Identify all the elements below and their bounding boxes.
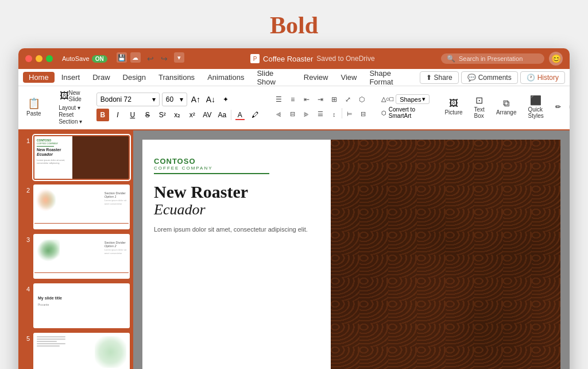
slide-thumb-5[interactable]: 5 xyxy=(22,333,130,369)
undo-button[interactable]: ↩ xyxy=(144,52,157,65)
convert-smartart[interactable]: ⬡ Convert to SmartArt xyxy=(381,106,430,119)
shapes-area: △○□ xyxy=(381,95,393,103)
menu-review[interactable]: Review xyxy=(298,72,334,83)
menu-home[interactable]: Home xyxy=(23,72,55,83)
menu-insert[interactable]: Insert xyxy=(56,72,86,83)
textbox-tool[interactable]: ⊡ Text Box xyxy=(471,94,488,120)
text-columns-button[interactable]: ⊟ xyxy=(357,108,370,121)
decrease-indent-button[interactable]: ⇤ xyxy=(300,93,313,106)
share-button[interactable]: ⬆ Share xyxy=(420,71,459,84)
underline-button[interactable]: U xyxy=(126,109,139,121)
menu-shape-format[interactable]: Shape Format xyxy=(363,68,418,87)
section-button[interactable]: Section ▾ xyxy=(57,118,83,125)
font-size-value: 60 xyxy=(166,95,173,103)
slide2-text: Section DividerOption 1Lorem ipsum dolor… xyxy=(105,191,126,205)
close-button[interactable] xyxy=(25,55,32,62)
new-slide-button[interactable]: 🖼 New Slide xyxy=(56,89,85,103)
picture-tool[interactable]: 🖼 Picture xyxy=(441,97,466,117)
menu-design[interactable]: Design xyxy=(117,72,152,83)
comments-button[interactable]: 💬 Comments xyxy=(461,71,518,84)
menu-draw[interactable]: Draw xyxy=(87,72,115,83)
slide-thumb-1[interactable]: 1 CONTOSO COFFEE COMPANY New RoasterEcua… xyxy=(22,135,130,180)
slide-num-4: 4 xyxy=(22,286,30,293)
slide-num-2: 2 xyxy=(22,187,30,194)
redo-button[interactable]: ↪ xyxy=(158,52,171,65)
italic-button[interactable]: I xyxy=(111,109,124,121)
decrease-font-button[interactable]: A↓ xyxy=(204,93,217,106)
align-center-button[interactable]: ⊟ xyxy=(287,108,299,121)
slide-num-1: 1 xyxy=(22,137,30,144)
autosave-toggle[interactable]: ON xyxy=(92,55,107,63)
shadow-button[interactable]: S² xyxy=(156,109,169,121)
search-icon: 🔍 xyxy=(447,55,455,63)
font-size-select[interactable]: 60 ▾ xyxy=(162,93,187,106)
share-label: Share xyxy=(434,74,452,82)
save-icon[interactable]: 💾 xyxy=(117,52,127,63)
justify-button[interactable]: ☰ xyxy=(314,108,327,121)
menu-slideshow[interactable]: Slide Show xyxy=(251,68,296,87)
edit-button[interactable]: ✏ xyxy=(552,101,564,113)
vertical-align-button[interactable]: ⊨ xyxy=(343,108,356,121)
cloud-icon[interactable]: ☁ xyxy=(130,52,141,63)
superscript-button[interactable]: x² xyxy=(186,109,199,121)
slide-thumb-4[interactable]: 4 My slide title Piccante xyxy=(22,283,130,328)
clear-format-button[interactable]: ✦ xyxy=(219,93,232,106)
select-button[interactable]: ⬡ xyxy=(566,101,570,113)
shapes-icon: △○□ xyxy=(381,95,393,103)
slide-preview-3[interactable]: Section DividerOption 2Lorem ipsum dolor… xyxy=(33,234,130,279)
coffee-beans-bg xyxy=(331,140,560,369)
align-right-button[interactable]: ⫸ xyxy=(300,108,313,121)
arrange-tool[interactable]: ⧉ Arrange xyxy=(493,97,520,117)
bold-button[interactable]: B xyxy=(96,109,109,121)
minimize-button[interactable] xyxy=(36,55,42,62)
increase-font-button[interactable]: A↑ xyxy=(189,93,202,106)
slide-brand-divider xyxy=(154,173,269,174)
convert-label: Convert to SmartArt xyxy=(389,106,430,119)
font-name-select[interactable]: Bodoni 72 ▾ xyxy=(96,93,160,106)
subscript-button[interactable]: x₂ xyxy=(171,109,184,121)
slide5-line2 xyxy=(37,339,65,340)
ribbon-paragraph-group: ☰ ≡ ⇤ ⇥ ⊞ ⤢ ⬡ ⫷ ⊟ ⫸ ☰ ↕ ⊨ ⊟ xyxy=(273,93,370,121)
numbering-button[interactable]: ≡ xyxy=(287,93,299,106)
columns-button[interactable]: ⊞ xyxy=(328,93,341,106)
slide-thumb-2[interactable]: 2 Section DividerOption 1Lorem ipsum dol… xyxy=(22,184,130,229)
autosave-label: AutoSave xyxy=(62,55,90,62)
history-button[interactable]: 🕐 History xyxy=(520,71,565,84)
reset-button[interactable]: Reset xyxy=(57,112,83,118)
slide-preview-5[interactable] xyxy=(33,333,130,369)
ribbon-font-group: Bodoni 72 ▾ 60 ▾ A↑ A↓ ✦ B I U S xyxy=(96,93,261,121)
change-case-button[interactable]: Aa xyxy=(216,109,229,121)
menu-animations[interactable]: Animations xyxy=(202,72,250,83)
bullets-button[interactable]: ☰ xyxy=(273,93,285,106)
quick-styles-tool[interactable]: ⬛ Quick Styles xyxy=(524,94,547,120)
slide-preview-4[interactable]: My slide title Piccante xyxy=(33,283,130,328)
font-color-button[interactable]: A xyxy=(234,109,246,121)
menu-transitions[interactable]: Transitions xyxy=(153,72,200,83)
maximize-button[interactable] xyxy=(46,55,53,62)
slide-preview-1[interactable]: CONTOSO COFFEE COMPANY New RoasterEcuado… xyxy=(33,135,130,180)
layout-button[interactable]: Layout ▾ xyxy=(57,105,83,111)
slide-thumb-3[interactable]: 3 Section DividerOption 2Lorem ipsum dol… xyxy=(22,234,130,279)
user-avatar[interactable]: 😊 xyxy=(549,52,563,66)
menu-view[interactable]: View xyxy=(335,72,362,83)
line-spacing-button[interactable]: ↕ xyxy=(328,108,341,121)
align-left-button[interactable]: ⫷ xyxy=(273,108,285,121)
search-bar[interactable]: 🔍 Search in Presentation xyxy=(441,53,544,64)
shapes-dropdown[interactable]: Shapes ▾ xyxy=(396,94,430,104)
strikethrough-button[interactable]: S xyxy=(141,109,154,121)
title-bar-center: P Coffee Roaster Saved to OneDrive xyxy=(189,54,436,63)
paste-button[interactable]: 📋 Paste xyxy=(23,96,45,118)
slide-preview-2[interactable]: Section DividerOption 1Lorem ipsum dolor… xyxy=(33,184,130,229)
slide3-text: Section DividerOption 2Lorem ipsum dolor… xyxy=(105,241,126,255)
customize-icon[interactable]: ▾ xyxy=(174,52,184,63)
increase-indent-button[interactable]: ⇥ xyxy=(314,93,327,106)
text-direction-button[interactable]: ⤢ xyxy=(342,93,354,106)
char-spacing-button[interactable]: AV xyxy=(201,109,214,121)
smartart-convert-button[interactable]: ⬡ xyxy=(355,93,368,106)
highlight-button[interactable]: 🖍 xyxy=(249,109,261,121)
slide-canvas[interactable]: CONTOSO COFFEE COMPANY New Roaster Ecuad… xyxy=(142,140,560,369)
slide-num-3: 3 xyxy=(22,236,30,243)
ribbon-right-tools: 🖼 Picture ⊡ Text Box ⧉ Arrange ⬛ Quick S… xyxy=(441,94,570,120)
menu-bar: Home Insert Draw Design Transitions Anim… xyxy=(18,69,570,86)
format-row: B I U S S² x₂ x² AV Aa A 🖍 xyxy=(96,109,261,121)
